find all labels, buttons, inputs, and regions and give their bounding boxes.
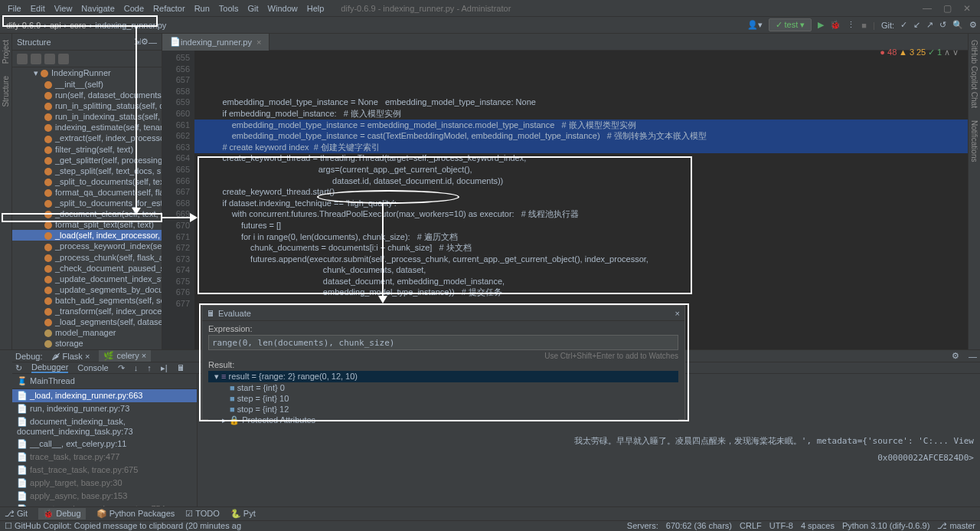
menu-tools[interactable]: Tools xyxy=(214,4,243,13)
menu-navigate[interactable]: Navigate xyxy=(77,4,119,13)
status-branch[interactable]: ⎇ master xyxy=(937,521,975,531)
structure-hide-icon[interactable]: — xyxy=(149,38,157,47)
minimize-icon[interactable]: — xyxy=(917,3,937,14)
git-commit-icon[interactable]: ↙ xyxy=(913,20,920,30)
method-node[interactable]: __init__(self) xyxy=(12,79,162,90)
method-node[interactable]: indexing_estimate(self, tenant_id, extra… xyxy=(12,122,162,133)
status-caret[interactable]: 670:62 (36 chars) xyxy=(666,521,732,531)
tw-debug[interactable]: 🐞 Debug xyxy=(38,508,85,520)
method-node[interactable]: format_qa_document(self, flask_app, ten xyxy=(12,187,162,198)
git-update-icon[interactable]: ✓ xyxy=(900,20,907,30)
editor-gutter[interactable]: 6556566576586596606616626636646656666676… xyxy=(162,51,194,349)
stop-icon[interactable]: ■ xyxy=(861,21,867,30)
method-node[interactable]: _update_document_index_status(self, doc xyxy=(12,274,162,284)
crumb-root[interactable]: dify-0.6.9 xyxy=(3,21,44,30)
status-eol[interactable]: CRLF xyxy=(740,521,762,531)
tw-pyconsole[interactable]: 🐍 Pyt xyxy=(230,509,256,519)
status-enc[interactable]: UTF-8 xyxy=(769,521,793,531)
method-node[interactable]: _update_segments_by_document(self, da xyxy=(12,284,162,295)
method-node[interactable]: _check_document_paused_status(self, do xyxy=(12,263,162,274)
field-node[interactable]: storage xyxy=(12,338,162,349)
status-indent[interactable]: 4 spaces xyxy=(801,521,835,531)
toolwindow-structure[interactable]: Structure xyxy=(0,70,11,113)
toolwindow-project[interactable]: Project xyxy=(0,34,11,70)
expression-input[interactable] xyxy=(208,335,678,350)
method-node[interactable]: _process_chunk(self, flask_app, index_pr… xyxy=(12,252,162,263)
settings-cog-icon[interactable]: ⚙ xyxy=(969,20,977,30)
menu-run[interactable]: Run xyxy=(190,4,214,13)
step-over-icon[interactable]: ↷ xyxy=(118,363,125,373)
debugger-tab[interactable]: Debugger xyxy=(31,362,68,373)
frame-item[interactable]: 📄 fast_trace_task, trace.py:675 xyxy=(12,464,197,477)
thread-selector[interactable]: 🧵 MainThread xyxy=(17,376,75,386)
debug-flask-tab[interactable]: 🌶 Flask × xyxy=(51,352,90,361)
frame-item[interactable]: 📄 document_indexing_task, document_index… xyxy=(12,415,197,438)
frame-item[interactable]: 📄 _load, indexing_runner.py:663 xyxy=(12,389,197,402)
frame-item[interactable]: 📄 __call__, ext_celery.py:11 xyxy=(12,438,197,451)
method-node[interactable]: _step_split(self, text_docs, splitter, d… xyxy=(12,166,162,176)
menu-view[interactable]: View xyxy=(50,4,77,13)
git-history-icon[interactable]: ↺ xyxy=(939,20,946,30)
editor-tab[interactable]: 📄 indexing_runner.py × xyxy=(162,34,270,51)
run-to-cursor-icon[interactable]: ▸| xyxy=(161,363,168,373)
method-node[interactable]: _document_clean(self, text, processing_r… xyxy=(12,208,162,219)
method-node[interactable]: batch_add_segments(self, segments, data xyxy=(12,295,162,306)
show-inherited-icon[interactable] xyxy=(58,54,69,64)
search-icon[interactable]: 🔍 xyxy=(952,20,963,30)
debug-icon[interactable]: 🐞 xyxy=(830,20,841,30)
sort-alpha-icon[interactable] xyxy=(17,54,28,64)
debug-celery-tab[interactable]: 🌿 celery × xyxy=(99,350,151,362)
structure-collapse-icon[interactable]: ⇲ xyxy=(134,37,141,47)
menu-edit[interactable]: Edit xyxy=(26,4,50,13)
menu-help[interactable]: Help xyxy=(302,4,329,13)
method-node[interactable]: filter_string(self, text) xyxy=(12,144,162,155)
run-config-selector[interactable]: ✓ test ▾ xyxy=(769,18,812,31)
close-tab-icon[interactable]: × xyxy=(256,38,261,47)
result-tree[interactable]: ▾ ≡ result = {range: 2} range(0, 12, 10)… xyxy=(208,371,678,426)
menu-file[interactable]: File xyxy=(3,4,26,13)
structure-tree[interactable]: ▾ IndexingRunner __init__(self)run(self,… xyxy=(12,67,162,349)
crumb-file[interactable]: indexing_runner.py xyxy=(92,21,169,30)
method-node[interactable]: _load(self, index_processor, dataset, da… xyxy=(12,230,162,241)
method-node[interactable]: run_in_indexing_status(self, dataset_doc… xyxy=(12,111,162,122)
method-node[interactable]: _extract(self, index_processor, dataset_… xyxy=(12,133,162,143)
menu-refactor[interactable]: Refactor xyxy=(149,4,190,13)
run-icon[interactable]: ▶ xyxy=(818,20,824,30)
maximize-icon[interactable]: ▢ xyxy=(937,3,957,14)
tw-todo[interactable]: ☑ TODO xyxy=(185,509,219,519)
method-node[interactable]: run(self, dataset_documents) xyxy=(12,90,162,100)
git-push-icon[interactable]: ↗ xyxy=(926,20,933,30)
more-run-icon[interactable]: ⋮ xyxy=(847,20,855,30)
debug-hide-icon[interactable]: — xyxy=(969,352,977,361)
frame-item[interactable]: 📄 trace_task, trace.py:477 xyxy=(12,451,197,464)
frame-item[interactable]: 📄 apply_target, base.py:30 xyxy=(12,477,197,490)
close-icon[interactable]: ✕ xyxy=(957,3,977,14)
sort-vis-icon[interactable] xyxy=(31,54,41,64)
method-node[interactable]: _load_segments(self, dataset, dataset_do xyxy=(12,316,162,327)
field-node[interactable]: model_manager xyxy=(12,327,162,338)
evaluate-icon[interactable]: 🖩 xyxy=(177,363,185,372)
method-node[interactable]: _get_splitter(self, processing_rule, emb… xyxy=(12,155,162,166)
status-interpreter[interactable]: Python 3.10 (dify-0.6.9) xyxy=(842,521,929,531)
crumb-core[interactable]: core xyxy=(67,21,89,30)
toolwindow-copilot[interactable]: GitHub Copilot Chat xyxy=(969,34,980,114)
tw-git[interactable]: ⎇ Git xyxy=(5,509,28,519)
step-into-icon[interactable]: ↓ xyxy=(134,363,139,372)
debug-layout-icon[interactable]: ⚙ xyxy=(952,351,959,361)
rerun-icon[interactable]: ↻ xyxy=(15,363,22,373)
class-node[interactable]: ▾ IndexingRunner xyxy=(12,67,162,79)
crumb-api[interactable]: api xyxy=(47,21,64,30)
step-out-icon[interactable]: ↑ xyxy=(147,363,152,372)
method-node[interactable]: _transform(self, index_processor, datase… xyxy=(12,306,162,316)
show-fields-icon[interactable] xyxy=(44,54,55,64)
tw-pypackages[interactable]: 📦 Python Packages xyxy=(96,509,175,519)
toolwindow-notifications[interactable]: Notifications xyxy=(969,114,980,168)
console-tab[interactable]: Console xyxy=(77,363,108,372)
menu-window[interactable]: Window xyxy=(263,4,302,13)
menu-code[interactable]: Code xyxy=(119,4,149,13)
menu-git[interactable]: Git xyxy=(243,4,263,13)
frame-item[interactable]: 📄 apply_async, base.py:153 xyxy=(12,490,197,503)
method-node[interactable]: _process_keyword_index(self, flask_app, … xyxy=(12,241,162,251)
method-node[interactable]: _split_to_documents(self, text_docs, spl… xyxy=(12,176,162,187)
user-icon[interactable]: 👤▾ xyxy=(747,20,763,30)
